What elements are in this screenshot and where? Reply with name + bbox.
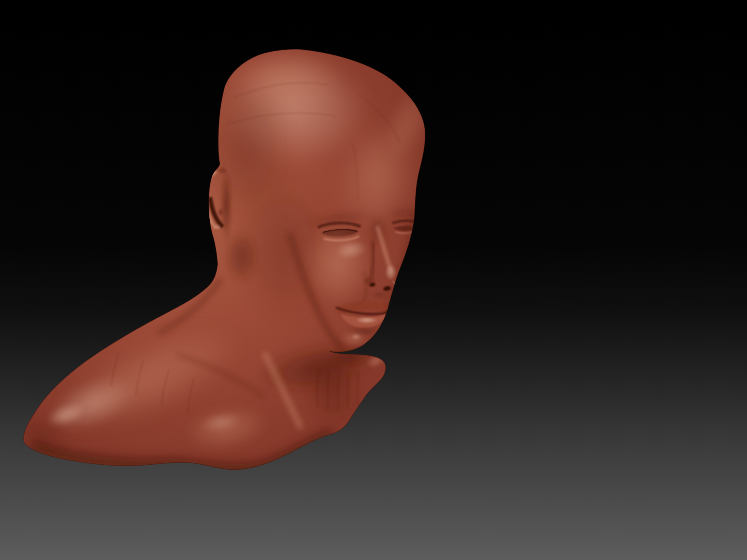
neck-column-shadow [304, 353, 360, 424]
lower-lip-sheen [355, 317, 378, 324]
viewport-canvas[interactable] [0, 0, 747, 560]
nose-tip-sheen [385, 264, 397, 281]
behind-ear-shadow [221, 170, 232, 241]
under-ear-shadow [224, 230, 258, 283]
sculpt-viewport[interactable] [0, 0, 747, 560]
helix-notch-shadow [218, 167, 227, 174]
cheek-light [304, 221, 372, 307]
tragus-shadow [218, 208, 223, 216]
earlobe-light [214, 224, 221, 230]
under-nose-shadow [371, 292, 389, 298]
chin-sheen [351, 333, 361, 340]
